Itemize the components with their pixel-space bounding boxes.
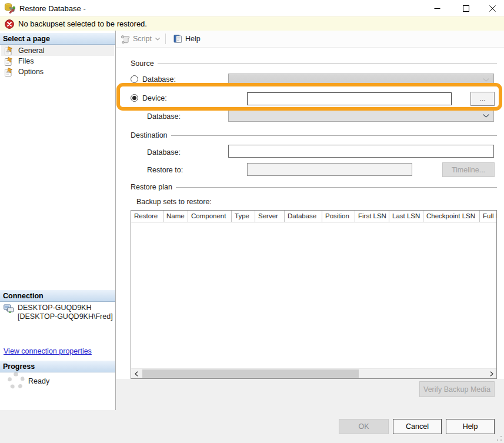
chevron-right-icon	[490, 371, 493, 377]
browse-device-button[interactable]: ...	[470, 92, 495, 106]
page-icon	[4, 68, 13, 76]
column-header[interactable]: Type	[232, 211, 255, 222]
help-icon	[173, 34, 182, 44]
chevron-down-icon	[155, 38, 160, 41]
backup-sets-label: Backup sets to restore:	[136, 198, 212, 206]
column-header[interactable]: First LSN	[355, 211, 389, 222]
restore-plan-title: Restore plan	[131, 183, 172, 191]
sidebar-item-options[interactable]: Options	[1, 66, 114, 77]
restore-to-input	[247, 163, 412, 176]
connection-server: DESKTOP-GUQD9KH	[18, 304, 113, 312]
source-database-label: Database:	[147, 112, 181, 121]
destination-group: Destination	[131, 131, 497, 139]
scroll-right-button[interactable]	[486, 369, 496, 378]
device-radio[interactable]	[131, 94, 138, 102]
maximize-icon	[463, 5, 469, 12]
scroll-left-button[interactable]	[131, 369, 141, 378]
help-toolbar-label: Help	[185, 35, 201, 43]
restore-database-dialog: Restore Database - No backupset selected…	[0, 0, 504, 443]
sidebar: Select a page General Files	[0, 31, 116, 410]
script-button[interactable]: Script	[118, 32, 162, 46]
sidebar-item-label: Options	[18, 68, 44, 76]
timeline-button: Timeline...	[442, 162, 495, 177]
destination-title: Destination	[131, 131, 168, 139]
sidebar-item-general[interactable]: General	[1, 45, 114, 56]
restore-plan-group: Restore plan	[131, 183, 497, 191]
chevron-down-icon	[483, 114, 489, 118]
toolbar-separator	[165, 34, 166, 44]
alert-message: No backupset selected to be restored.	[18, 19, 147, 28]
column-header[interactable]: Last LSN	[389, 211, 423, 222]
connection-user: [DESKTOP-GUQD9KH\Fred]	[18, 312, 113, 321]
backup-sets-table: Restore Name Component Type Server Datab…	[131, 210, 497, 379]
error-icon	[5, 19, 14, 29]
column-header[interactable]: Database	[285, 211, 322, 222]
cancel-button[interactable]: Cancel	[393, 419, 442, 434]
column-header[interactable]: Restore	[131, 211, 163, 222]
column-header[interactable]: Position	[322, 211, 355, 222]
table-header-row: Restore Name Component Type Server Datab…	[131, 211, 496, 222]
minimize-button[interactable]	[423, 0, 450, 16]
ok-button: OK	[339, 419, 389, 434]
progress-status: Ready	[28, 377, 49, 385]
verify-backup-media-button: Verify Backup Media	[419, 381, 495, 397]
chevron-left-icon	[135, 371, 138, 377]
sidebar-item-files[interactable]: Files	[1, 56, 114, 66]
help-button[interactable]: Help	[171, 32, 203, 46]
alert-bar: No backupset selected to be restored.	[0, 16, 504, 31]
title-bar: Restore Database -	[0, 0, 504, 16]
toolbar: Script Help	[116, 31, 504, 48]
database-radio-label: Database:	[142, 75, 176, 84]
device-radio-label: Device:	[142, 94, 167, 102]
chevron-down-icon	[483, 78, 489, 82]
script-icon	[121, 35, 130, 44]
connection-info: DESKTOP-GUQD9KH [DESKTOP-GUQD9KH\Fred]	[4, 304, 113, 321]
column-header[interactable]: Name	[163, 211, 188, 222]
sidebar-item-label: Files	[18, 57, 34, 65]
maximize-button[interactable]	[452, 0, 479, 16]
column-header[interactable]: Checkpoint LSN	[423, 211, 480, 222]
view-connection-properties-link[interactable]: View connection properties	[4, 347, 92, 355]
destination-database-label: Database:	[147, 148, 181, 156]
server-icon	[4, 304, 14, 314]
restore-database-icon	[4, 3, 15, 14]
source-group: Source	[131, 59, 497, 68]
column-header[interactable]: Component	[188, 211, 232, 222]
minimize-icon	[434, 5, 440, 12]
scrollbar-thumb[interactable]	[142, 369, 359, 378]
page-icon	[4, 46, 13, 55]
resize-grip[interactable]	[496, 435, 502, 441]
window-title: Restore Database -	[19, 4, 86, 13]
progress-header: Progress	[0, 361, 115, 372]
restore-to-label: Restore to:	[147, 166, 183, 174]
destination-database-combo[interactable]	[228, 145, 494, 158]
database-radio[interactable]	[131, 75, 138, 83]
column-header[interactable]: Server	[255, 211, 285, 222]
source-title: Source	[131, 59, 154, 68]
progress-spinner-icon	[8, 372, 25, 389]
close-icon	[489, 5, 496, 12]
select-a-page-header: Select a page	[0, 33, 115, 45]
sidebar-item-label: General	[18, 46, 44, 55]
source-database-target-combo[interactable]	[228, 109, 494, 122]
horizontal-scrollbar[interactable]	[131, 368, 496, 378]
help-button-footer[interactable]: Help	[446, 419, 495, 434]
page-icon	[4, 57, 13, 66]
source-database-combo	[228, 74, 494, 86]
script-label: Script	[133, 35, 152, 43]
column-header[interactable]: Full LSN	[480, 211, 496, 222]
close-button[interactable]	[479, 0, 504, 16]
main-content: Script Help	[116, 31, 504, 443]
device-input[interactable]	[247, 92, 452, 105]
connection-header: Connection	[0, 290, 115, 302]
